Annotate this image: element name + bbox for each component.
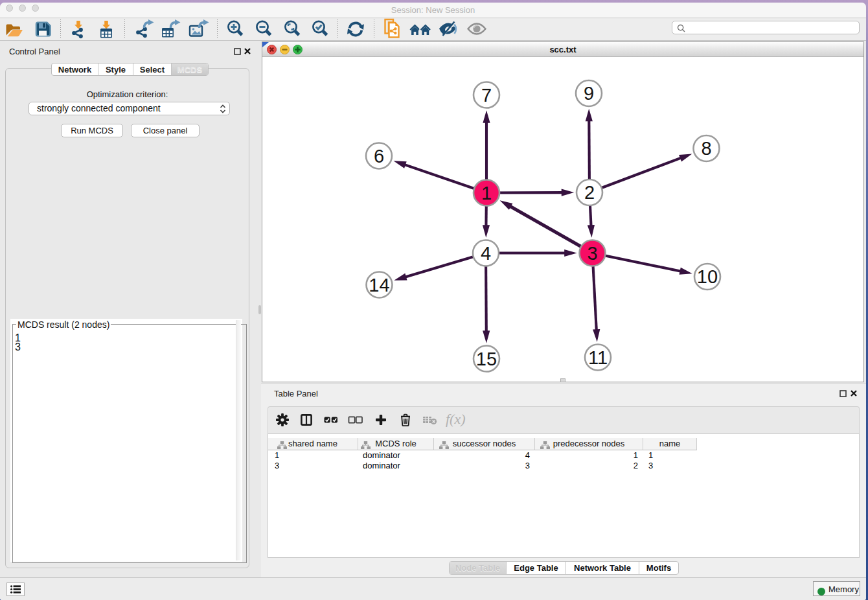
svg-text:10: 10 [697,266,718,287]
svg-text:3: 3 [587,243,597,264]
svg-text:15: 15 [476,349,497,369]
svg-text:7: 7 [481,85,492,106]
svg-text:11: 11 [588,347,608,368]
svg-text:8: 8 [701,138,711,159]
svg-text:1: 1 [481,183,492,203]
svg-text:6: 6 [374,146,384,167]
svg-text:9: 9 [584,83,594,104]
svg-text:14: 14 [369,275,389,295]
svg-text:2: 2 [584,182,595,203]
svg-text:4: 4 [481,243,491,264]
